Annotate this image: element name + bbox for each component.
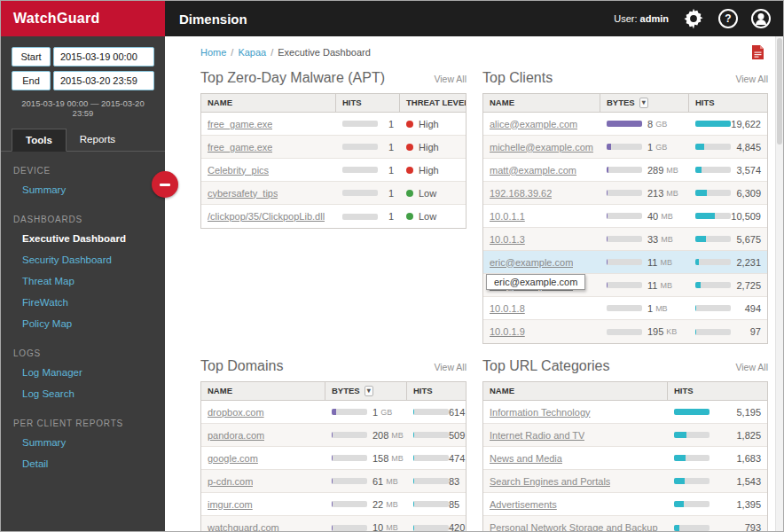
row-name-link[interactable]: 192.168.39.62 <box>490 188 552 199</box>
row-name-link[interactable]: News and Media <box>490 453 562 464</box>
malware-table: NAMEHITSTHREAT LEVEL free_game.exe1Highf… <box>200 93 466 229</box>
row-name-link[interactable]: dropbox.com <box>208 407 264 418</box>
column-header-bytes[interactable]: BYTES▾ <box>600 94 689 112</box>
bytes-cell: 289MB <box>600 165 689 176</box>
row-name-link[interactable]: Search Engines and Portals <box>490 476 610 487</box>
sidebar-item-firewatch[interactable]: FireWatch <box>1 292 165 313</box>
row-name-link[interactable]: alice@example.com <box>490 119 577 129</box>
value-bar-track <box>413 409 449 415</box>
bytes-value: 10 <box>372 522 383 531</box>
tab-reports[interactable]: Reports <box>67 129 129 151</box>
user-account-icon[interactable] <box>751 9 771 28</box>
value-bar-track <box>607 213 642 219</box>
hits-cell: 1 <box>336 165 400 176</box>
value-bar-fill <box>607 190 608 196</box>
hits-cell: 793 <box>668 522 767 531</box>
row-name-link[interactable]: 10.0.1.9 <box>490 326 525 337</box>
start-date-input[interactable]: 2015-03-19 00:00 <box>53 47 154 66</box>
sidebar-collapse-button[interactable] <box>152 171 178 198</box>
hits-cell: 1,825 <box>668 430 767 441</box>
help-icon[interactable]: ? <box>718 9 738 28</box>
sort-chevron-icon[interactable]: ▾ <box>365 386 373 396</box>
row-name-link[interactable]: Celebrity_pics <box>208 165 269 176</box>
breadcrumb-link-kapaa[interactable]: Kapaa <box>238 47 266 58</box>
bytes-value: 40 <box>647 211 658 222</box>
breadcrumb-link-home[interactable]: Home <box>200 47 226 58</box>
value-bar-track <box>695 329 731 335</box>
row-name-link[interactable]: /clickpop/35/ClickpopLib.dll <box>208 211 325 222</box>
name-cell: dropbox.com <box>201 407 325 418</box>
row-name-link[interactable]: google.com <box>208 453 258 464</box>
row-name-link[interactable]: Information Technology <box>490 407 591 418</box>
column-header-bytes[interactable]: BYTES▾ <box>325 382 407 400</box>
value-bar-track <box>607 236 642 242</box>
scrollbar-thumb[interactable] <box>777 38 782 145</box>
sidebar-item-summary[interactable]: Summary <box>1 432 165 453</box>
start-date-label[interactable]: Start <box>12 47 51 66</box>
row-name-link[interactable]: Advertisements <box>490 499 557 510</box>
row-name-link[interactable]: pandora.com <box>208 430 264 441</box>
scrollbar[interactable] <box>775 36 783 531</box>
row-name-link[interactable]: eric@example.com <box>490 257 573 268</box>
column-header-hits: HITS <box>336 94 400 112</box>
table-row: imgur.com22MB85 <box>201 493 466 516</box>
end-date-label[interactable]: End <box>12 71 51 90</box>
view-all-link[interactable]: View All <box>434 74 466 84</box>
value-bar-fill <box>413 409 414 415</box>
hits-value: 494 <box>745 303 761 314</box>
value-bar-track <box>332 455 367 461</box>
breadcrumb-row: Home/Kapaa/Executive Dashboard <box>200 45 765 59</box>
table-row: 10.0.1.9195KB97 <box>483 320 767 343</box>
row-name-link[interactable]: matt@example.com <box>490 165 576 176</box>
row-name-link[interactable]: free_game.exe <box>208 142 272 153</box>
sidebar-item-log-search[interactable]: Log Search <box>1 383 165 404</box>
sidebar-item-policy-map[interactable]: Policy Map <box>1 313 165 334</box>
sidebar-item-summary[interactable]: Summary <box>1 179 165 200</box>
value-bar-track <box>695 144 731 150</box>
row-name-link[interactable]: michelle@example.com <box>490 142 593 153</box>
start-date-row: Start 2015-03-19 00:00 <box>12 47 154 66</box>
sort-chevron-icon[interactable]: ▾ <box>639 98 648 108</box>
hits-cell: 97 <box>689 326 767 337</box>
sidebar-item-executive-dashboard[interactable]: Executive Dashboard <box>1 228 165 249</box>
view-all-link[interactable]: View All <box>735 362 768 372</box>
hits-cell: 509 <box>407 430 466 441</box>
row-name-link[interactable]: cybersafety_tips <box>208 188 278 199</box>
view-all-link[interactable]: View All <box>735 74 768 84</box>
row-name-link[interactable]: Internet Radio and TV <box>490 430 584 441</box>
row-name-link[interactable]: watchguard.com <box>208 522 279 531</box>
bytes-unit: MB <box>660 281 672 290</box>
sidebar-item-threat-map[interactable]: Threat Map <box>1 270 165 292</box>
sidebar-item-log-manager[interactable]: Log Manager <box>1 362 165 383</box>
value-bar-fill <box>695 144 704 150</box>
sidebar-section-title-dashboards: DASHBOARDS <box>13 215 153 224</box>
url-categories-table: NAMEHITS Information Technology5,195Inte… <box>482 381 768 531</box>
bytes-unit: MB <box>666 189 678 198</box>
date-range-widget: Start 2015-03-19 00:00 End 2015-03-20 23… <box>12 47 154 118</box>
hits-value: 1,543 <box>736 476 761 487</box>
column-header-hits: HITS <box>407 382 466 400</box>
row-name-link[interactable]: 10.0.1.8 <box>490 303 525 314</box>
value-bar-track <box>413 478 449 484</box>
pdf-export-icon[interactable] <box>752 45 764 59</box>
name-cell: p-cdn.com <box>201 476 325 487</box>
value-bar-track <box>695 121 731 127</box>
settings-gear-icon[interactable] <box>682 7 705 30</box>
row-name-link[interactable]: free_game.exe <box>208 119 272 129</box>
row-name-link[interactable]: imgur.com <box>208 499 253 510</box>
sidebar-item-detail[interactable]: Detail <box>1 453 165 474</box>
clients-header: NAMEBYTES▾HITS <box>483 94 767 113</box>
row-name-link[interactable]: 10.0.1.3 <box>490 234 525 245</box>
watchguard-logo[interactable]: WatchGuard <box>1 1 165 36</box>
bytes-unit: GB <box>380 408 392 417</box>
sidebar-item-security-dashboard[interactable]: Security Dashboard <box>1 249 165 270</box>
row-name-link[interactable]: p-cdn.com <box>208 476 253 487</box>
tab-tools[interactable]: Tools <box>12 129 67 152</box>
row-name-link[interactable]: 10.0.1.1 <box>490 211 525 222</box>
sidebar-sections: DEVICESummaryDASHBOARDSExecutive Dashboa… <box>1 166 165 474</box>
row-name-link[interactable]: Personal Network Storage and Backup <box>490 522 658 531</box>
table-row: Personal Network Storage and Backup793 <box>483 516 767 531</box>
view-all-link[interactable]: View All <box>434 362 466 372</box>
column-header-name: NAME <box>483 94 600 112</box>
end-date-input[interactable]: 2015-03-20 23:59 <box>53 71 154 90</box>
